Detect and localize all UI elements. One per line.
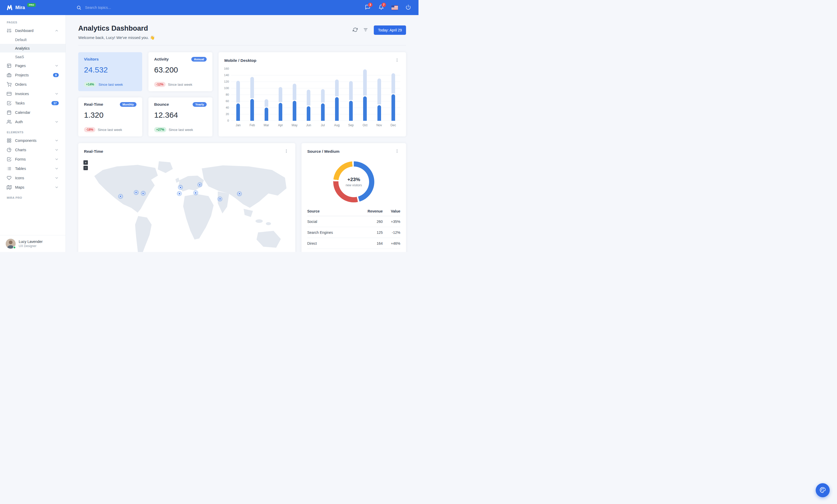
sidebar-item-tables[interactable]: Tables — [0, 164, 66, 173]
user-role: UX Designer — [19, 244, 42, 248]
desktop-bar-segment — [265, 99, 268, 107]
stat-title: Real-Time — [84, 102, 103, 107]
sidebar-item-default[interactable]: Default — [0, 35, 66, 44]
desktop-bar-segment — [321, 89, 325, 102]
card-menu-button[interactable] — [283, 148, 289, 154]
layout-icon — [7, 63, 12, 68]
sidebar-section-label: Mira Pro — [0, 192, 66, 201]
sidebar-item-calendar[interactable]: Calendar — [0, 108, 66, 117]
notifications-button[interactable]: 7 — [376, 2, 386, 13]
table-header-revenue: Revenue — [355, 207, 383, 216]
page-subtitle: Welcome back, Lucy! We've missed you. 👋 — [78, 35, 155, 40]
sidebar-item-forms[interactable]: Forms — [0, 154, 66, 164]
credit-card-icon — [7, 91, 12, 96]
users-icon — [7, 119, 12, 124]
x-tick-label: Jun — [302, 124, 316, 127]
realtime-map-card: Real-Time — [78, 143, 295, 252]
search-input[interactable] — [85, 5, 144, 10]
stat-period-badge[interactable]: Yearly — [193, 102, 207, 107]
donut-ring: +23% new visitors — [333, 161, 374, 202]
pro-badge: PRO — [27, 3, 36, 7]
sidebar-item-auth[interactable]: Auth — [0, 117, 66, 127]
mobile-bar-segment — [321, 104, 325, 121]
mobile-bar-segment — [307, 106, 310, 121]
filter-button[interactable] — [361, 25, 370, 35]
cell-revenue: 164 — [355, 238, 383, 249]
brand-logo[interactable]: Mira PRO — [6, 4, 68, 11]
y-tick-label: 120 — [224, 80, 229, 83]
map-marker[interactable] — [217, 197, 222, 202]
zoom-out-button[interactable]: − — [84, 166, 88, 170]
map-marker[interactable] — [177, 191, 182, 196]
source-table: SourceRevenueValueSocial260+35%Search En… — [307, 207, 400, 249]
sidebar-item-label: Components — [15, 138, 51, 143]
stat-value: 12.364 — [154, 111, 207, 119]
bar-column-jul — [316, 69, 330, 121]
desktop-bar-segment — [363, 69, 367, 96]
sidebar-submenu: DefaultAnalyticsSaaS — [0, 35, 66, 61]
stat-card-activity: ActivityAnnual63.200-12%Since last week — [148, 52, 212, 91]
sign-out-button[interactable] — [403, 2, 413, 13]
desktop-bar-segment — [250, 77, 254, 98]
cell-value: +46% — [382, 238, 400, 249]
sidebar-item-label: Auth — [15, 120, 51, 124]
stat-title: Visitors — [84, 57, 99, 61]
sidebar-item-projects[interactable]: Projects8 — [0, 70, 66, 80]
stat-period-badge[interactable]: Annual — [191, 57, 207, 61]
language-button[interactable] — [389, 2, 400, 13]
mobile-desktop-title: Mobile / Desktop — [224, 58, 256, 63]
cell-source: Direct — [307, 238, 355, 249]
card-menu-button[interactable] — [394, 148, 400, 154]
cell-revenue: 125 — [355, 227, 383, 238]
stat-card-real-time: Real-TimeMonthly1.320-18%Since last week — [78, 97, 142, 136]
map-marker[interactable] — [193, 190, 198, 195]
stat-period-badge[interactable]: Monthly — [120, 102, 137, 107]
desktop-bar-segment — [236, 81, 240, 102]
x-tick-label: Dec — [386, 124, 400, 127]
sidebar-item-tasks[interactable]: Tasks17 — [0, 98, 66, 108]
chevron-up-icon — [55, 29, 59, 33]
donut-chart: +23% new visitors — [302, 154, 406, 207]
desktop-bar-segment — [335, 79, 339, 96]
card-menu-button[interactable] — [394, 57, 400, 64]
map-zoom-controls: + − — [84, 160, 88, 170]
sidebar-item-icons[interactable]: Icons — [0, 173, 66, 183]
sidebar-item-orders[interactable]: Orders — [0, 80, 66, 89]
mobile-bar-segment — [363, 96, 367, 121]
page-header: Analytics Dashboard Welcome back, Lucy! … — [78, 24, 406, 40]
sidebar-item-invoices[interactable]: Invoices — [0, 89, 66, 98]
grid-icon — [7, 138, 12, 143]
sidebar-item-components[interactable]: Components — [0, 136, 66, 145]
sidebar-item-analytics[interactable]: Analytics — [0, 44, 66, 53]
map-marker[interactable] — [141, 191, 146, 196]
messages-button[interactable]: 3 — [362, 2, 373, 13]
sidebar-item-maps[interactable]: Maps — [0, 183, 66, 192]
donut-percentage: +23% — [347, 177, 360, 182]
search-icon — [76, 5, 82, 10]
mobile-bar-segment — [335, 97, 339, 121]
sidebar-section-label: Pages — [0, 17, 66, 26]
refresh-button[interactable] — [351, 25, 360, 35]
map-marker[interactable] — [118, 194, 123, 199]
stat-caption: Since last week — [99, 82, 123, 87]
sidebar-item-label: Projects — [15, 73, 49, 77]
top-navbar: Mira PRO 3 7 — [0, 0, 418, 15]
donut-sublabel: new visitors — [346, 183, 362, 187]
y-tick-label: 60 — [226, 100, 229, 103]
user-name: Lucy Lavender — [19, 240, 42, 244]
sidebar-item-pages[interactable]: Pages — [0, 61, 66, 70]
sidebar-item-label: Pages — [15, 64, 51, 68]
zoom-in-button[interactable]: + — [84, 160, 88, 165]
map-marker[interactable] — [197, 182, 202, 187]
cell-value: +35% — [382, 216, 400, 227]
sidebar-item-saas[interactable]: SaaS — [0, 53, 66, 61]
map-marker[interactable] — [133, 190, 139, 195]
sidebar-item-charts[interactable]: Charts — [0, 145, 66, 154]
table-row: Social260+35% — [307, 216, 400, 227]
sidebar-section-label: Elements — [0, 127, 66, 136]
date-button[interactable]: Today: April 29 — [374, 25, 406, 35]
x-tick-label: May — [287, 124, 302, 127]
sidebar-item-dashboard[interactable]: Dashboard — [0, 26, 66, 35]
y-tick-label: 80 — [226, 93, 229, 96]
sidebar-user[interactable]: Lucy Lavender UX Designer — [0, 235, 66, 252]
